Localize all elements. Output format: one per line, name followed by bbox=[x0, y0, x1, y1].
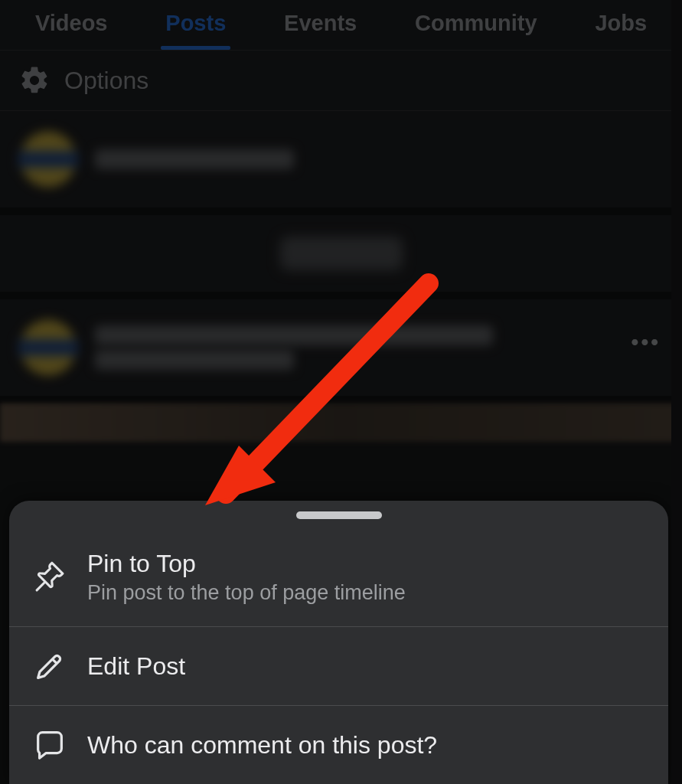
menu-item-subtitle: Pin post to the top of page timeline bbox=[87, 581, 406, 605]
action-sheet: Pin to Top Pin post to the top of page t… bbox=[9, 501, 668, 784]
menu-item-edit-post[interactable]: Edit Post bbox=[9, 627, 668, 706]
menu-item-title: Who can comment on this post? bbox=[87, 731, 437, 760]
menu-item-who-can-comment[interactable]: Who can comment on this post? bbox=[9, 706, 668, 784]
menu-item-pin-to-top[interactable]: Pin to Top Pin post to the top of page t… bbox=[9, 528, 668, 627]
menu-item-title: Pin to Top bbox=[87, 550, 406, 578]
sheet-handle[interactable] bbox=[296, 511, 382, 519]
pin-icon bbox=[32, 560, 67, 595]
scrollbar-track[interactable] bbox=[671, 0, 682, 784]
menu-item-title: Edit Post bbox=[87, 652, 185, 681]
pencil-icon bbox=[32, 648, 67, 684]
comment-icon bbox=[32, 727, 67, 763]
